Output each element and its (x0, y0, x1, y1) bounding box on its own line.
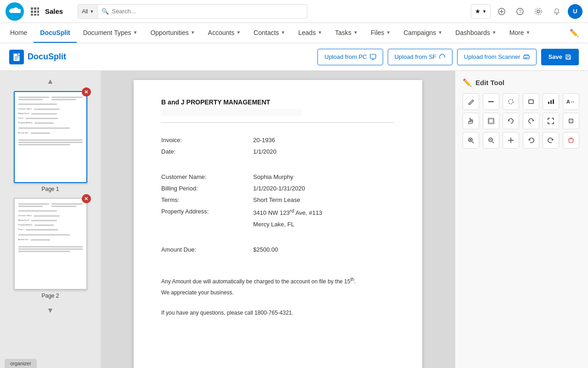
rotate-ccw-button[interactable] (503, 113, 519, 129)
search-filter-dropdown[interactable]: All ▼ (78, 5, 98, 18)
svg-rect-20 (548, 102, 549, 104)
hand-tool-button[interactable] (463, 113, 479, 129)
chevron-down-icon: ▼ (133, 30, 138, 35)
nav-contacts-label: Contacts (254, 29, 279, 36)
lasso-tool-button[interactable] (503, 93, 519, 110)
thumbnail-page-2[interactable]: ✕ (14, 198, 87, 299)
nav-opportunities-label: Opportunities (150, 29, 188, 36)
pencil-icon: ✏️ (463, 78, 472, 87)
undo-button[interactable] (523, 132, 539, 149)
save-button[interactable]: Save (541, 49, 579, 65)
thumbnail-page-1[interactable]: ✕ (14, 91, 87, 192)
property-address-label: Property Address: (161, 208, 253, 216)
billing-period-row: Billing Period: 1/1/2020-1/31/2020 (161, 185, 395, 192)
nav-files[interactable]: Files ▼ (364, 23, 397, 43)
nav-leads-label: Leads (298, 29, 316, 36)
svg-rect-5 (37, 11, 39, 13)
nav-files-label: Files (371, 29, 384, 36)
rectangle-tool-button[interactable] (523, 93, 539, 110)
rotate-cw-button[interactable] (523, 113, 539, 129)
thumbnail-label-2: Page 2 (41, 293, 59, 299)
expand-button[interactable] (543, 113, 559, 129)
document-viewer[interactable]: B and J PROPERTY MANAGEMENT Invoice: 20-… (101, 71, 455, 368)
tool-row-1: A↔ (463, 93, 581, 110)
nav-docusplit[interactable]: DocuSplit (34, 23, 76, 43)
star-icon: ★ (475, 8, 481, 15)
nav-more[interactable]: More ▼ (503, 23, 537, 43)
thumbnail-frame-2[interactable]: Customer Name: Billing Period: Property … (14, 198, 87, 290)
zoom-out-button[interactable] (483, 132, 499, 149)
svg-rect-4 (34, 11, 36, 13)
thumbnail-close-1[interactable]: ✕ (82, 87, 91, 97)
svg-rect-15 (370, 54, 376, 58)
salesforce-logo[interactable] (6, 2, 24, 21)
chevron-down-icon: ▼ (317, 30, 322, 35)
nav-edit-icon[interactable]: ✏️ (570, 23, 584, 43)
main-content-area: ▲ ✕ (0, 71, 588, 368)
property-address-label-2 (161, 221, 253, 228)
tool-row-2 (463, 113, 581, 129)
text-transform-button[interactable]: A↔ (563, 93, 579, 110)
svg-rect-6 (31, 14, 33, 16)
app-launcher-icon[interactable] (28, 5, 41, 18)
scroll-down-button[interactable]: ▼ (47, 306, 54, 315)
nav-more-label: More (509, 29, 524, 36)
docusplit-logo-icon (9, 50, 24, 64)
svg-rect-19 (529, 100, 533, 104)
billing-period-value: 1/1/2020-1/31/2020 (253, 185, 305, 192)
amount-due-label: Amount Due: (161, 246, 253, 253)
svg-point-18 (509, 99, 513, 104)
docusplit-logo: DocuSplit (9, 50, 66, 64)
svg-rect-1 (34, 7, 36, 10)
upload-from-pc-button[interactable]: Upload from PC (317, 49, 383, 65)
terms-label: Terms: (161, 196, 253, 203)
nav-accounts[interactable]: Accounts ▼ (202, 23, 248, 43)
nav-campaigns[interactable]: Campaigns ▼ (397, 23, 449, 43)
chevron-down-icon: ▼ (492, 30, 497, 35)
favorites-button[interactable]: ★ ▼ (471, 4, 491, 19)
invoice-value: 20-1936 (253, 137, 275, 144)
zoom-in-button[interactable] (463, 132, 479, 149)
tool-row-3 (463, 132, 581, 149)
terms-value: Short Term Lease (253, 196, 300, 203)
nav-contacts[interactable]: Contacts ▼ (247, 23, 292, 43)
crosshair-button[interactable] (503, 132, 519, 149)
note-3: If you have any questions, please call 1… (161, 309, 395, 317)
add-button[interactable] (494, 4, 509, 19)
nav-leads[interactable]: Leads ▼ (292, 23, 328, 43)
thumbnail-close-2[interactable]: ✕ (82, 194, 91, 203)
nav-document-types[interactable]: Document Types ▼ (77, 23, 144, 43)
svg-rect-21 (550, 100, 552, 104)
document-page: B and J PROPERTY MANAGEMENT Invoice: 20-… (134, 80, 422, 368)
nav-opportunities[interactable]: Opportunities ▼ (144, 23, 201, 43)
chart-tool-button[interactable] (543, 93, 559, 110)
notifications-icon[interactable] (549, 4, 564, 19)
settings-icon[interactable] (531, 4, 546, 19)
thumbnail-frame-1[interactable]: Customer Name: Billing Period: Terms: (14, 91, 87, 183)
nav-docusplit-label: DocuSplit (40, 29, 70, 36)
nav-dashboards[interactable]: Dashboards ▼ (449, 23, 503, 43)
nav-campaigns-label: Campaigns (403, 29, 436, 36)
svg-rect-3 (31, 11, 33, 13)
chevron-down-icon: ▼ (438, 30, 442, 35)
compress-button[interactable] (563, 113, 579, 129)
delete-button[interactable] (563, 132, 579, 149)
redo-button[interactable] (543, 132, 559, 149)
upload-from-scanner-button[interactable]: Upload from Scanner (457, 49, 537, 65)
terms-row: Terms: Short Term Lease (161, 196, 395, 203)
draw-tool-button[interactable] (463, 93, 479, 110)
frame-tool-button[interactable] (483, 113, 499, 129)
chevron-down-icon: ▼ (526, 30, 531, 35)
user-avatar[interactable]: U (568, 4, 582, 19)
nav-home[interactable]: Home (4, 23, 34, 43)
chevron-down-icon: ▼ (90, 9, 94, 14)
search-input[interactable] (112, 8, 303, 15)
help-icon[interactable]: ? (513, 4, 527, 19)
nav-tasks[interactable]: Tasks ▼ (328, 23, 364, 43)
svg-rect-2 (37, 7, 39, 10)
line-tool-button[interactable] (483, 93, 499, 110)
date-row: Date: 1/1/2020 (161, 148, 395, 155)
save-icon (565, 54, 571, 60)
scroll-up-button[interactable]: ▲ (47, 77, 54, 86)
upload-from-sf-button[interactable]: Upload from SF (388, 49, 452, 65)
